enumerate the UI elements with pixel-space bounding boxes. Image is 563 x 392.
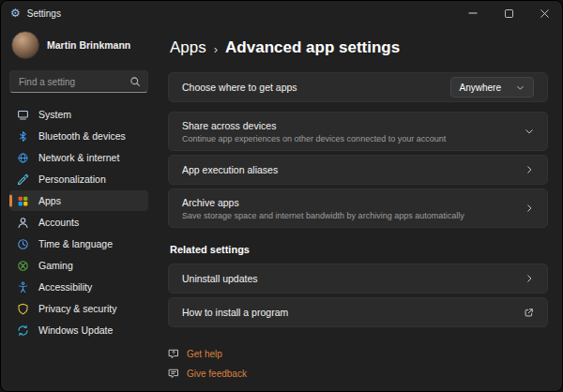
get-apps-source-dropdown[interactable]: Anywhere (450, 77, 534, 98)
chevron-right-icon (525, 165, 534, 174)
card-subtitle: Continue app experiences on other device… (182, 134, 446, 143)
sidebar-item-privacy-security[interactable]: Privacy & security (9, 298, 148, 319)
update-arrows-icon (17, 324, 29, 337)
sidebar-item-label: Personalization (38, 173, 106, 185)
sidebar-item-accessibility[interactable]: Accessibility (9, 277, 148, 297)
sidebar-item-system[interactable]: System (9, 104, 148, 125)
sidebar-item-personalization[interactable]: Personalization (9, 169, 148, 189)
card-title: Share across devices (182, 120, 446, 131)
sidebar-item-accounts[interactable]: Accounts (9, 212, 148, 233)
sidebar-item-label: Gaming (38, 260, 73, 271)
related-settings-header: Related settings (170, 244, 548, 255)
get-help-link[interactable]: Get help (168, 348, 548, 359)
card-archive-apps[interactable]: Archive apps Save storage space and inte… (168, 188, 548, 228)
xbox-icon (17, 260, 29, 272)
sidebar-item-label: Bluetooth & devices (38, 130, 126, 142)
avatar (11, 31, 39, 59)
search-input[interactable] (10, 71, 147, 92)
sidebar-item-label: System (38, 109, 71, 120)
sidebar-item-apps[interactable]: Apps (9, 190, 148, 211)
window-title: Settings (27, 8, 61, 19)
card-title: How to install a program (182, 307, 288, 318)
dropdown-value: Anywhere (460, 83, 501, 93)
card-app-execution-aliases[interactable]: App execution aliases (168, 155, 548, 185)
close-button[interactable] (526, 1, 562, 25)
card-text: Share across devices Continue app experi… (182, 120, 446, 143)
get-help-label: Get help (187, 349, 222, 359)
card-how-to-install-a-program[interactable]: How to install a program (168, 297, 548, 327)
shield-icon (17, 303, 29, 315)
bluetooth-icon (17, 130, 29, 143)
give-feedback-icon (168, 368, 179, 379)
clock-icon (17, 238, 29, 250)
sidebar-item-label: Apps (38, 195, 61, 206)
card-title: Archive apps (182, 197, 464, 208)
person-icon (17, 217, 29, 229)
give-feedback-label: Give feedback (187, 369, 247, 379)
globe-icon (17, 152, 29, 164)
chevron-right-icon (525, 204, 534, 213)
sidebar-item-windows-update[interactable]: Windows Update (9, 320, 148, 340)
card-uninstall-updates[interactable]: Uninstall updates (168, 264, 548, 294)
chevron-down-icon (516, 83, 525, 92)
breadcrumb-apps[interactable]: Apps (170, 38, 206, 57)
accessibility-person-icon (17, 281, 29, 294)
chevron-right-icon (525, 274, 534, 283)
breadcrumb: Apps › Advanced app settings (170, 38, 548, 57)
settings-app-icon: ⚙ (10, 8, 21, 19)
user-account-button[interactable]: Martin Brinkmann (9, 29, 148, 61)
help-links: Get help Give feedback (168, 348, 548, 379)
sidebar-item-label: Privacy & security (38, 303, 116, 314)
personalization-brush-icon (17, 173, 29, 186)
search-box (9, 70, 148, 93)
settings-window: ⚙ Settings Martin Brinkmann (0, 0, 563, 392)
card-title: App execution aliases (182, 164, 278, 175)
sidebar-item-label: Accessibility (38, 281, 92, 293)
breadcrumb-separator-icon: › (214, 40, 218, 56)
give-feedback-link[interactable]: Give feedback (168, 368, 548, 379)
sidebar-item-gaming[interactable]: Gaming (9, 255, 148, 276)
card-subtitle: Save storage space and internet bandwidt… (182, 211, 464, 220)
sidebar-item-bluetooth-devices[interactable]: Bluetooth & devices (9, 126, 148, 146)
external-link-icon (524, 308, 534, 318)
card-text: Archive apps Save storage space and inte… (182, 197, 464, 220)
main-content: Apps › Advanced app settings Choose wher… (157, 25, 562, 391)
sidebar-item-label: Windows Update (38, 324, 113, 336)
window-controls (455, 1, 562, 25)
maximize-icon (505, 9, 513, 18)
close-icon (540, 9, 549, 18)
search-icon (129, 76, 141, 87)
sidebar-item-network-internet[interactable]: Network & internet (9, 147, 148, 168)
sidebar: Martin Brinkmann System Bluetooth & devi… (1, 25, 157, 391)
chevron-down-icon (525, 127, 534, 136)
maximize-button[interactable] (491, 1, 526, 25)
sidebar-item-label: Time & language (38, 238, 113, 249)
get-help-icon (168, 348, 179, 359)
minimize-button[interactable] (455, 1, 491, 25)
sidebar-nav: System Bluetooth & devices Network & int… (9, 104, 148, 340)
card-share-across-devices[interactable]: Share across devices Continue app experi… (168, 112, 548, 151)
sidebar-item-label: Accounts (38, 217, 79, 228)
apps-grid-icon (17, 195, 29, 207)
user-name: Martin Brinkmann (47, 39, 130, 51)
page-title: Advanced app settings (225, 38, 400, 57)
system-icon (17, 109, 29, 121)
card-title: Choose where to get apps (182, 82, 297, 93)
minimize-icon (468, 8, 478, 18)
selection-indicator (9, 195, 12, 207)
sidebar-item-time-language[interactable]: Time & language (9, 234, 148, 254)
card-title: Uninstall updates (182, 273, 258, 284)
sidebar-item-label: Network & internet (38, 152, 119, 163)
card-choose-where-to-get-apps: Choose where to get apps Anywhere (168, 72, 548, 102)
